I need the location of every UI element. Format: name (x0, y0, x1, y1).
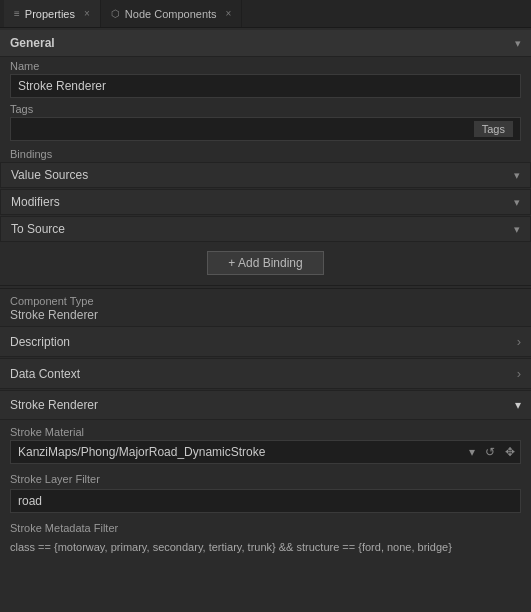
description-title: Description (10, 335, 70, 349)
general-section-title: General (10, 36, 55, 50)
description-arrow-icon: › (517, 334, 521, 349)
node-components-tab-close[interactable]: × (226, 8, 232, 19)
stroke-renderer-chevron-icon: ▾ (515, 398, 521, 412)
stroke-material-row: KanziMaps/Phong/MajorRoad_DynamicStroke … (10, 440, 521, 464)
tags-button[interactable]: Tags (474, 121, 513, 137)
divider-1 (0, 285, 531, 286)
value-sources-chevron-icon: ▾ (514, 169, 520, 182)
component-type-section: Component Type Stroke Renderer (0, 288, 531, 326)
add-binding-button[interactable]: + Add Binding (207, 251, 323, 275)
properties-tab-close[interactable]: × (84, 8, 90, 19)
tags-row: Tags (10, 117, 521, 141)
tab-bar: ≡ Properties × ⬡ Node Components × (0, 0, 531, 28)
modifiers-title: Modifiers (11, 195, 60, 209)
stroke-layer-filter-row: Stroke Layer Filter (0, 470, 531, 489)
stroke-material-reset-icon[interactable]: ↺ (480, 441, 500, 463)
stroke-layer-filter-input[interactable] (10, 489, 521, 513)
value-sources-title: Value Sources (11, 168, 88, 182)
node-components-tab-label: Node Components (125, 8, 217, 20)
node-components-tab-icon: ⬡ (111, 8, 120, 19)
to-source-title: To Source (11, 222, 65, 236)
tags-field-row: Tags Tags (0, 100, 531, 143)
to-source-item[interactable]: To Source ▾ (0, 216, 531, 242)
stroke-material-transform-icon[interactable]: ✥ (500, 441, 520, 463)
name-field-row: Name (0, 57, 531, 100)
stroke-material-dropdown-icon[interactable]: ▾ (464, 441, 480, 463)
stroke-renderer-section-header[interactable]: Stroke Renderer ▾ (0, 390, 531, 420)
properties-tab-icon: ≡ (14, 8, 20, 19)
general-chevron-icon: ▾ (515, 37, 521, 50)
stroke-renderer-title: Stroke Renderer (10, 398, 98, 412)
tags-label: Tags (10, 103, 521, 115)
component-type-label: Component Type (10, 295, 521, 307)
stroke-material-label: Stroke Material (0, 421, 531, 440)
tab-node-components[interactable]: ⬡ Node Components × (101, 0, 243, 27)
component-type-value: Stroke Renderer (10, 308, 521, 322)
stroke-material-value: KanziMaps/Phong/MajorRoad_DynamicStroke (11, 441, 464, 463)
data-context-title: Data Context (10, 367, 80, 381)
stroke-metadata-filter-row: Stroke Metadata Filter (0, 519, 531, 538)
bindings-label: Bindings (0, 143, 531, 162)
stroke-metadata-filter-value: class == {motorway, primary, secondary, … (0, 538, 531, 559)
main-content: General ▾ Name Tags Tags Bindings Value … (0, 28, 531, 612)
data-context-arrow-icon: › (517, 366, 521, 381)
modifiers-chevron-icon: ▾ (514, 196, 520, 209)
to-source-chevron-icon: ▾ (514, 223, 520, 236)
properties-tab-label: Properties (25, 8, 75, 20)
add-binding-row: + Add Binding (0, 243, 531, 283)
value-sources-item[interactable]: Value Sources ▾ (0, 162, 531, 188)
tab-properties[interactable]: ≡ Properties × (4, 0, 101, 27)
description-section-row[interactable]: Description › (0, 326, 531, 357)
name-input[interactable] (10, 74, 521, 98)
general-section-header[interactable]: General ▾ (0, 30, 531, 57)
stroke-layer-filter-label: Stroke Layer Filter (10, 473, 521, 485)
modifiers-item[interactable]: Modifiers ▾ (0, 189, 531, 215)
name-label: Name (10, 60, 521, 72)
data-context-section-row[interactable]: Data Context › (0, 358, 531, 389)
stroke-metadata-filter-label: Stroke Metadata Filter (10, 522, 521, 534)
